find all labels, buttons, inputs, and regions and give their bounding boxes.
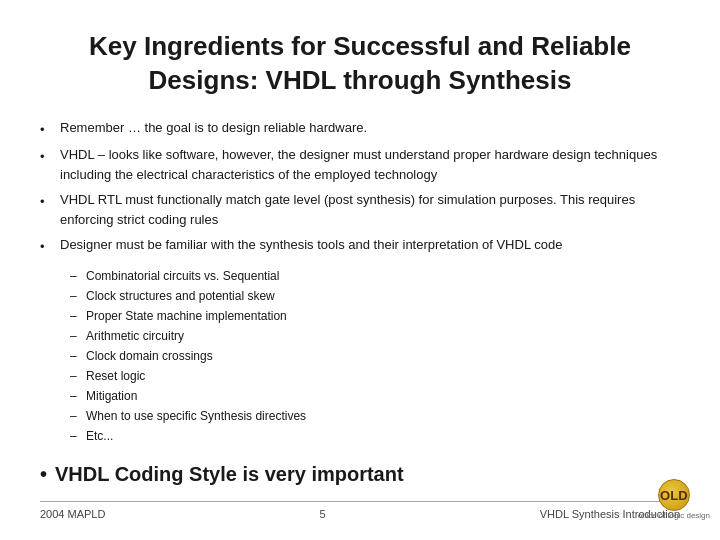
sub-item-0: – Combinatorial circuits vs. Sequential xyxy=(70,267,680,285)
bullet-text-4: Designer must be familiar with the synth… xyxy=(60,235,562,255)
sub-text-3: Arithmetic circuitry xyxy=(86,327,184,345)
sub-text-8: Etc... xyxy=(86,427,113,445)
logo-letters: OLD xyxy=(660,488,687,503)
bullet-dot-1: • xyxy=(40,120,52,140)
logo: OLD office of logic design xyxy=(638,479,710,520)
sub-item-5: – Reset logic xyxy=(70,367,680,385)
footer-left: 2004 MAPLD xyxy=(40,508,105,520)
sub-dash-2: – xyxy=(70,307,80,325)
slide-footer: 2004 MAPLD 5 VHDL Synthesis Introduction xyxy=(40,501,680,520)
sub-dash-4: – xyxy=(70,347,80,365)
bullet-text-1: Remember … the goal is to design reliabl… xyxy=(60,118,367,138)
sub-text-2: Proper State machine implementation xyxy=(86,307,287,325)
bullet-dot-4: • xyxy=(40,237,52,257)
slide: Key Ingredients for Successful and Relia… xyxy=(0,0,720,540)
big-bullet-dot: • xyxy=(40,463,47,486)
title-line1: Key Ingredients for Successful and Relia… xyxy=(89,31,631,61)
sub-bullets-list: – Combinatorial circuits vs. Sequential … xyxy=(70,267,680,445)
sub-item-7: – When to use specific Synthesis directi… xyxy=(70,407,680,425)
bullet-1: • Remember … the goal is to design relia… xyxy=(40,118,680,140)
logo-subtext: office of logic design xyxy=(638,511,710,520)
footer-center: 5 xyxy=(320,508,326,520)
sub-text-4: Clock domain crossings xyxy=(86,347,213,365)
sub-text-1: Clock structures and potential skew xyxy=(86,287,275,305)
bullet-3: • VHDL RTL must functionally match gate … xyxy=(40,190,680,229)
sub-text-5: Reset logic xyxy=(86,367,145,385)
big-bullet: • VHDL Coding Style is very important xyxy=(40,463,680,486)
sub-dash-7: – xyxy=(70,407,80,425)
bullet-text-3: VHDL RTL must functionally match gate le… xyxy=(60,190,680,229)
title-line2: Designs: VHDL through Synthesis xyxy=(149,65,572,95)
sub-dash-8: – xyxy=(70,427,80,445)
bullet-dot-2: • xyxy=(40,147,52,167)
sub-dash-3: – xyxy=(70,327,80,345)
bullet-dot-3: • xyxy=(40,192,52,212)
sub-dash-1: – xyxy=(70,287,80,305)
bullet-4: • Designer must be familiar with the syn… xyxy=(40,235,680,257)
bullet-text-2: VHDL – looks like software, however, the… xyxy=(60,145,680,184)
big-bullet-text: VHDL Coding Style is very important xyxy=(55,463,404,486)
sub-item-4: – Clock domain crossings xyxy=(70,347,680,365)
sub-item-1: – Clock structures and potential skew xyxy=(70,287,680,305)
sub-dash-5: – xyxy=(70,367,80,385)
sub-text-0: Combinatorial circuits vs. Sequential xyxy=(86,267,279,285)
sub-dash-0: – xyxy=(70,267,80,285)
sub-text-7: When to use specific Synthesis directive… xyxy=(86,407,306,425)
sub-item-8: – Etc... xyxy=(70,427,680,445)
bullet-2: • VHDL – looks like software, however, t… xyxy=(40,145,680,184)
sub-text-6: Mitigation xyxy=(86,387,137,405)
slide-title: Key Ingredients for Successful and Relia… xyxy=(40,30,680,98)
sub-dash-6: – xyxy=(70,387,80,405)
sub-item-2: – Proper State machine implementation xyxy=(70,307,680,325)
sub-item-3: – Arithmetic circuitry xyxy=(70,327,680,345)
sub-item-6: – Mitigation xyxy=(70,387,680,405)
slide-content: • Remember … the goal is to design relia… xyxy=(40,118,680,495)
logo-circle: OLD xyxy=(658,479,690,511)
